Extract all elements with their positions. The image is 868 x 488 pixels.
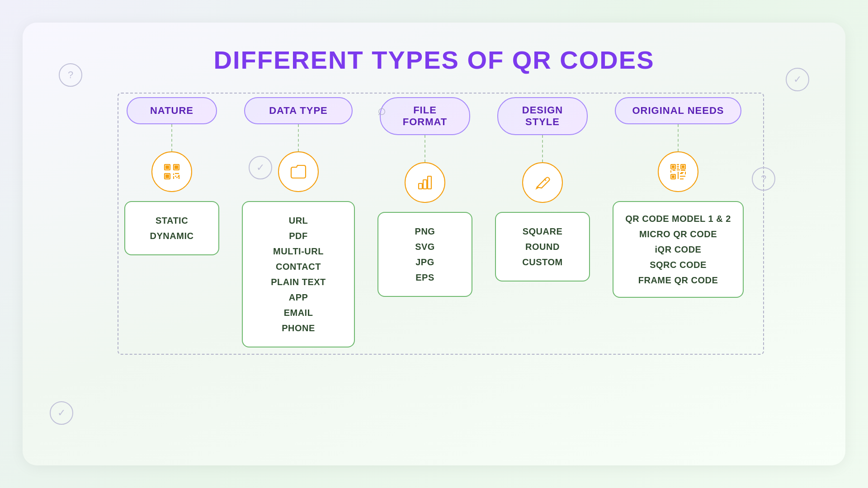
- columns-container: NATURE: [50, 97, 818, 347]
- svg-rect-15: [428, 176, 431, 189]
- item-eps: EPS: [387, 270, 462, 285]
- item-phone: PHONE: [252, 320, 345, 336]
- item-square: SQUARE: [505, 224, 580, 239]
- content-designstyle: SQUARE ROUND CUSTOM: [495, 212, 590, 282]
- content-fileformat: PNG SVG JPG EPS: [377, 212, 472, 297]
- svg-rect-13: [419, 183, 422, 189]
- item-custom: CUSTOM: [505, 254, 580, 270]
- content-nature: STATIC DYNAMIC: [124, 201, 219, 255]
- svg-rect-20: [682, 166, 684, 168]
- icon-designstyle: [522, 162, 563, 203]
- connector-fileformat: [425, 135, 425, 162]
- svg-rect-18: [672, 166, 674, 168]
- cat-fileformat: FILE FORMAT: [380, 97, 470, 135]
- item-jpg: JPG: [387, 254, 462, 270]
- qr-icon: [162, 162, 182, 182]
- icon-originalneeds: [658, 151, 698, 192]
- column-nature: NATURE: [124, 97, 219, 255]
- pencil-icon: [533, 173, 552, 192]
- content-datatype: URL PDF MULTI-URL CONTACT PLAIN TEXT APP…: [242, 201, 355, 347]
- qr2-icon: [668, 162, 688, 182]
- svg-rect-1: [166, 166, 169, 169]
- chart-icon: [415, 173, 435, 192]
- item-svg: SVG: [387, 239, 462, 254]
- cat-designstyle: DESIGN STYLE: [497, 97, 588, 135]
- icon-nature: [151, 151, 192, 192]
- connector-nature: [171, 124, 172, 151]
- item-contact: CONTACT: [252, 259, 345, 274]
- svg-rect-22: [672, 176, 674, 178]
- svg-line-16: [544, 179, 546, 181]
- connector-originalneeds: [678, 124, 679, 151]
- item-round: ROUND: [505, 239, 580, 254]
- column-designstyle: DESIGN STYLE SQUARE ROUND CUSTOM: [495, 97, 590, 282]
- cat-datatype: DATA TYPE: [244, 97, 353, 124]
- deco-check-icon-center: ✓: [249, 156, 272, 179]
- deco-check-icon-bl: ✓: [50, 401, 73, 425]
- item-plaintext: PLAIN TEXT: [252, 274, 345, 290]
- item-dynamic: DYNAMIC: [134, 228, 209, 244]
- svg-rect-5: [166, 175, 169, 178]
- item-pdf: PDF: [252, 228, 345, 244]
- item-micro-qr: MICRO QR CODE: [622, 226, 735, 242]
- search-icon: ⌕: [377, 102, 386, 118]
- icon-datatype: [278, 151, 319, 192]
- item-sqrc: SQRC CODE: [622, 257, 735, 272]
- item-iqr: iQR CODE: [622, 242, 735, 257]
- item-qr-model: QR CODE MODEL 1 & 2: [622, 211, 735, 226]
- item-email: EMAIL: [252, 305, 345, 320]
- main-card: DIFFERENT TYPES OF QR CODES ⌕ ? ✓ ✓ ? ✓ …: [23, 23, 845, 465]
- page-title: DIFFERENT TYPES OF QR CODES: [214, 45, 655, 75]
- svg-rect-3: [175, 166, 178, 169]
- content-originalneeds: QR CODE MODEL 1 & 2 MICRO QR CODE iQR CO…: [613, 201, 744, 298]
- svg-rect-14: [423, 180, 427, 189]
- item-frame-qr: FRAME QR CODE: [622, 272, 735, 288]
- column-originalneeds: ORIGINAL NEEDS: [613, 97, 744, 298]
- item-static: STATIC: [134, 213, 209, 228]
- connector-datatype: [298, 124, 299, 151]
- deco-question-icon-tl: ?: [59, 63, 82, 87]
- icon-fileformat: [405, 162, 445, 203]
- item-url: URL: [252, 213, 345, 228]
- cat-nature: NATURE: [127, 97, 217, 124]
- folder-icon: [288, 162, 308, 182]
- column-fileformat: FILE FORMAT PNG SVG JPG EPS: [377, 97, 472, 297]
- deco-question-icon-mid: ?: [752, 167, 775, 191]
- item-app: APP: [252, 290, 345, 305]
- cat-originalneeds: ORIGINAL NEEDS: [615, 97, 741, 124]
- column-datatype: DATA TYPE URL PDF MULTI-URL CONTACT PLAI…: [242, 97, 355, 347]
- item-multiurl: MULTI-URL: [252, 244, 345, 259]
- item-png: PNG: [387, 224, 462, 239]
- deco-check-icon-tr: ✓: [786, 68, 809, 91]
- connector-designstyle: [542, 135, 543, 162]
